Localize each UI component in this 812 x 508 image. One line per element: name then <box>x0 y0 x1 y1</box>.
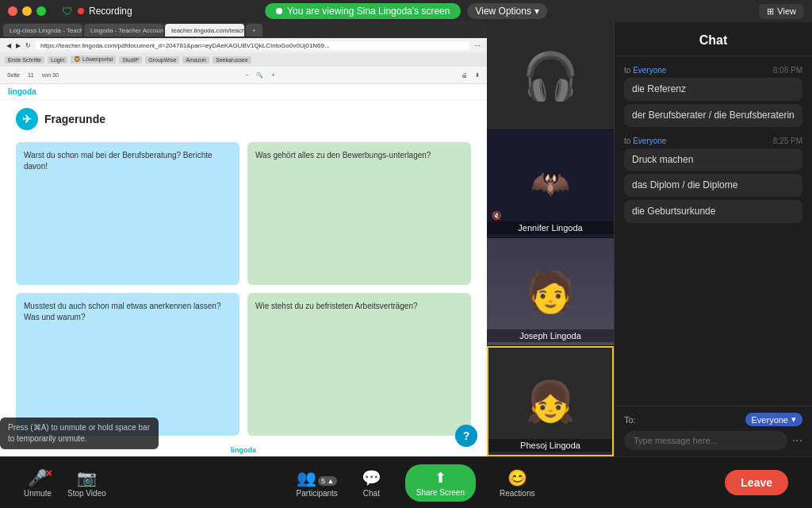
pdf-download[interactable]: ⬇ <box>473 71 482 79</box>
fragerunde-card: ✈ Fragerunde Warst du schon mal bei der … <box>0 100 487 456</box>
lingoda-doc-header: lingoda <box>0 84 487 100</box>
chat-input-row: ··· <box>624 431 802 450</box>
chat-to-dropdown[interactable]: Everyone ▾ <box>745 413 802 426</box>
fragerunde-title: Fragerunde <box>44 113 105 125</box>
share-screen-button[interactable]: ⬆ Share Screen <box>405 464 476 502</box>
unmute-button[interactable]: 🎤 × Unmute <box>24 468 52 498</box>
phesoj-avatar: 👧 <box>526 379 575 425</box>
amazon-btn[interactable]: Amazon <box>182 56 209 64</box>
view-button[interactable]: ⊞ View <box>759 4 804 19</box>
chat-button[interactable]: 💬 Chat <box>362 468 381 498</box>
recording-label: Recording <box>89 6 132 17</box>
chat-to-label: To: <box>624 415 636 425</box>
view-options-button[interactable]: View Options ▾ <box>467 3 546 19</box>
participants-button[interactable]: 👥5 ▲ Participants <box>297 468 338 498</box>
browser-window: Log-class Lingoda - Teacher Ac... Lingod… <box>0 22 487 456</box>
minimize-button[interactable] <box>22 6 32 16</box>
chat-panel: Chat to Everyone 8:08 PM die Referenz de… <box>614 22 812 456</box>
login-btn[interactable]: Login <box>48 56 67 64</box>
unmute-label: Unmute <box>24 489 52 498</box>
studip-btn[interactable]: StudIP <box>119 56 142 64</box>
chat-bubble-2c: die Geburtsurkunde <box>624 200 802 223</box>
chat-msg-time-2: 8:25 PM <box>773 137 802 145</box>
browser-tab-new[interactable]: + <box>246 24 262 37</box>
chat-title: Chat <box>699 33 728 47</box>
leave-label: Leave <box>741 476 772 489</box>
pdf-zoom: 🔍 <box>254 71 266 79</box>
fragerunde-icon: ✈ <box>16 108 38 130</box>
pdf-zoom-in[interactable]: + <box>269 71 277 79</box>
phesoj-name-label: Phesoj Lingoda <box>488 439 612 452</box>
pdf-page-num[interactable]: 11 <box>25 71 36 79</box>
video-tile-phesoj: 👧 Phesoj Lingoda <box>487 346 614 456</box>
leave-button[interactable]: Leave <box>725 470 788 495</box>
chat-to-value: Everyone <box>752 415 788 425</box>
loewenportal-btn[interactable]: 🦁 Löwenportal <box>71 56 116 64</box>
chat-to-row: To: Everyone ▾ <box>624 413 802 426</box>
seekarussee-btn[interactable]: Seekarussee <box>213 56 251 64</box>
camera-icon: 📷 <box>77 468 97 487</box>
back-icon[interactable]: ◀ <box>6 42 11 49</box>
chat-message-group-2: to Everyone 8:25 PM Druck machen das Dip… <box>624 137 802 223</box>
browser-tab-3-active[interactable]: teacher.lingoda.com/teacher/pd... <box>165 24 244 37</box>
chat-msg-meta-2: to Everyone 8:25 PM <box>624 137 802 145</box>
system-top-bar: 🛡 Recording You are viewing Sina Lingoda… <box>0 0 812 22</box>
refresh-icon[interactable]: ↻ <box>25 42 31 49</box>
url-bar[interactable]: https://teacher.lingoda.com/pdfdocument_… <box>36 41 469 50</box>
help-button[interactable]: ? <box>455 425 477 447</box>
chat-more-button[interactable]: ··· <box>792 433 802 448</box>
frage-card-1: Warst du schon mal bei der Berufsberatun… <box>16 142 239 285</box>
recording-row: 🛡 Recording <box>8 5 132 17</box>
browser-toolbar: Erste Schritte Login 🦁 Löwenportal StudI… <box>0 52 487 67</box>
browser-tab-1[interactable]: Log-class Lingoda - Teacher Ac... <box>3 24 82 37</box>
bottom-toolbar: Press (⌘A) to unmute or hold space bar t… <box>0 456 812 508</box>
chat-label: Chat <box>363 489 380 498</box>
shield-icon: 🛡 <box>62 5 73 17</box>
chat-input[interactable] <box>624 431 787 450</box>
video-tile-joseph: 🧑 Joseph Lingoda <box>487 238 614 345</box>
video-tile-sina: 🎧 <box>487 22 614 129</box>
share-banner-area: You are viewing Sina Lingoda's screen Vi… <box>265 3 547 19</box>
maximize-button[interactable] <box>36 6 46 16</box>
chat-bubble-1b: der Berufsberater / die Berufsberaterin <box>624 104 802 127</box>
share-banner-text: You are viewing Sina Lingoda's screen <box>287 6 450 17</box>
pdf-page-info: Seite <box>5 71 22 79</box>
unmute-hint: Press (⌘A) to unmute or hold space bar t… <box>0 418 159 449</box>
fragerunde-grid: Warst du schon mal bei der Berufsberatun… <box>0 134 487 444</box>
frage-card-2: Was gehört alles zu den Bewerbungs-unter… <box>247 142 471 285</box>
chevron-down-icon: ▾ <box>791 414 796 425</box>
video-panel: 🎧 🦇 🔇 Jennifer Lingoda 🧑 Joseph Lingoda … <box>487 22 614 456</box>
chat-msg-to-1: to Everyone <box>624 66 666 75</box>
browser-addressbar: ◀ ▶ ↻ https://teacher.lingoda.com/pdfdoc… <box>0 38 487 52</box>
forward-icon[interactable]: ▶ <box>16 42 21 49</box>
chat-message-group-1: to Everyone 8:08 PM die Referenz der Ber… <box>624 66 802 127</box>
muted-icon: 🔇 <box>492 211 501 220</box>
reactions-button[interactable]: 😊 Reactions <box>500 468 534 498</box>
share-dot <box>276 8 282 14</box>
share-banner: You are viewing Sina Lingoda's screen <box>265 3 461 19</box>
toolbar-center: 👥5 ▲ Participants 💬 Chat ⬆ Share Screen … <box>297 464 535 502</box>
erste-schritte-btn[interactable]: Erste Schritte <box>5 56 44 64</box>
screen-share-area: Log-class Lingoda - Teacher Ac... Lingod… <box>0 22 487 456</box>
view-label: View <box>777 6 796 16</box>
close-button[interactable] <box>8 6 17 16</box>
groupwise-btn[interactable]: GroupWise <box>145 56 179 64</box>
chevron-down-icon: ▾ <box>534 6 539 17</box>
pdf-zoom-out[interactable]: − <box>243 71 251 79</box>
chat-bubble-2b: das Diplom / die Diplome <box>624 174 802 197</box>
unmute-hint-text: Press (⌘A) to unmute or hold space bar t… <box>8 423 150 443</box>
reactions-label: Reactions <box>500 489 534 498</box>
chat-everyone-1: Everyone <box>633 66 666 75</box>
participants-icon: 👥5 ▲ <box>297 468 337 487</box>
recording-dot <box>78 8 84 14</box>
browser-tab-2[interactable]: Lingoda - Teacher Account <box>84 24 163 37</box>
chat-icon: 💬 <box>362 468 381 487</box>
pdf-print[interactable]: 🖨 <box>459 71 469 79</box>
chat-msg-time-1: 8:08 PM <box>773 66 802 75</box>
share-screen-label: Share Screen <box>416 488 465 497</box>
sina-avatar: 🎧 <box>522 53 579 99</box>
participants-label: Participants <box>297 489 338 498</box>
lingoda-footer-logo: lingoda <box>231 446 256 454</box>
stop-video-button[interactable]: 📷 Stop Video <box>67 468 106 498</box>
chat-messages: to Everyone 8:08 PM die Referenz der Ber… <box>615 56 812 406</box>
